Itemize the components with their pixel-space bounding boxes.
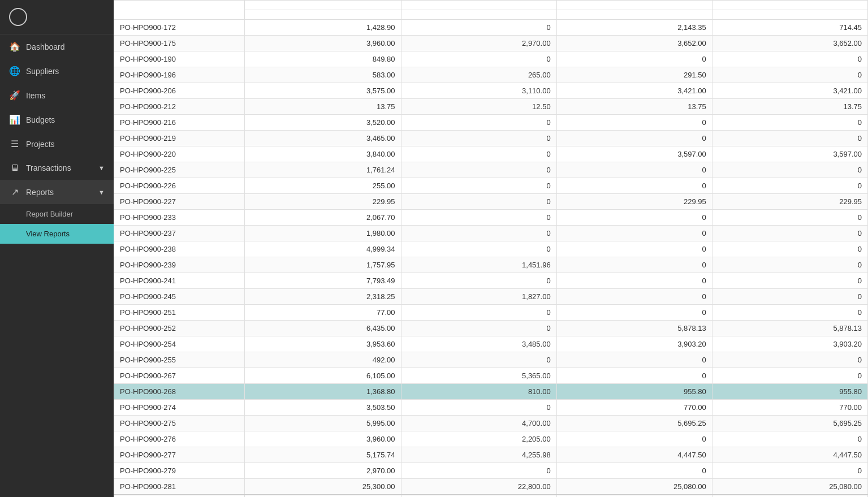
cell-ordered: 77.00 [245, 305, 401, 321]
cell-invoiced: 3,597.00 [556, 146, 712, 162]
cell-invoiced: 0 [556, 115, 712, 131]
cell-received: 0 [401, 51, 556, 67]
table-row[interactable]: PO-HPO900-206 3,575.00 3,110.00 3,421.00… [114, 83, 868, 99]
cell-ordered: 6,105.00 [245, 368, 401, 384]
cell-invoiced: 0 [556, 210, 712, 226]
cell-invoiced: 291.50 [556, 67, 712, 83]
cell-paid: 25,080.00 [712, 479, 867, 495]
sidebar-item-suppliers[interactable]: 🌐 Suppliers [0, 59, 114, 83]
sub-item-label-report-builder: Report Builder [26, 210, 73, 218]
cell-paid: 0 [712, 241, 867, 257]
sidebar-item-budgets[interactable]: 📊 Budgets [0, 107, 114, 132]
cell-received: 0 [401, 226, 556, 241]
cell-paid: 3,652.00 [712, 36, 867, 51]
sidebar-item-projects[interactable]: ☰ Projects [0, 132, 114, 156]
table-row[interactable]: PO-HPO900-172 1,428.90 0 2,143.35 714.45 [114, 20, 868, 36]
col-header-ordered [245, 1, 401, 10]
table-row[interactable]: PO-HPO900-255 492.00 0 0 0 [114, 352, 868, 368]
budgets-icon: 📊 [9, 114, 20, 125]
table-row[interactable]: PO-HPO900-274 3,503.50 0 770.00 770.00 [114, 400, 868, 416]
cell-ordered: 3,520.00 [245, 115, 401, 131]
table-row[interactable]: PO-HPO900-252 6,435.00 0 5,878.13 5,878.… [114, 321, 868, 336]
cell-received: 2,205.00 [401, 431, 556, 447]
sidebar-item-items[interactable]: 🚀 Items [0, 83, 114, 107]
sidebar-sub-item-view-reports[interactable]: View Reports [0, 224, 114, 244]
col-header-paid [712, 1, 867, 10]
cell-po: PO-HPO900-172 [114, 20, 245, 36]
table-row[interactable]: PO-HPO900-175 3,960.00 2,970.00 3,652.00… [114, 36, 868, 51]
cell-invoiced: 25,080.00 [556, 479, 712, 495]
table-row[interactable]: PO-HPO900-275 5,995.00 4,700.00 5,695.25… [114, 416, 868, 431]
table-body: PO-HPO900-172 1,428.90 0 2,143.35 714.45… [114, 20, 868, 498]
cell-ordered: 13.75 [245, 99, 401, 115]
table-row[interactable]: PO-HPO900-219 3,465.00 0 0 0 [114, 131, 868, 146]
cell-po: PO-HPO900-238 [114, 241, 245, 257]
cell-invoiced: 0 [556, 431, 712, 447]
col-header-received [401, 1, 556, 10]
table-wrapper[interactable]: PO-HPO900-172 1,428.90 0 2,143.35 714.45… [114, 0, 868, 497]
cell-paid: 3,421.00 [712, 83, 867, 99]
cell-invoiced: 229.95 [556, 194, 712, 210]
cell-ordered: 5,995.00 [245, 416, 401, 431]
table-row[interactable]: PO-HPO900-279 2,970.00 0 0 0 [114, 463, 868, 479]
table-row[interactable]: PO-HPO900-227 229.95 0 229.95 229.95 [114, 194, 868, 210]
table-row[interactable]: PO-HPO900-212 13.75 12.50 13.75 13.75 [114, 99, 868, 115]
sidebar-sub-item-report-builder[interactable]: Report Builder [0, 204, 114, 224]
sub-item-label-view-reports: View Reports [26, 230, 70, 238]
table-row[interactable]: PO-HPO900-233 2,067.70 0 0 0 [114, 210, 868, 226]
cell-ordered: 7,793.49 [245, 273, 401, 289]
sidebar-item-transactions[interactable]: 🖥 Transactions ▼ [0, 156, 114, 180]
cell-received: 1,451.96 [401, 257, 556, 273]
table-row[interactable]: PO-HPO900-190 849.80 0 0 0 [114, 51, 868, 67]
table-row[interactable]: PO-HPO900-237 1,980.00 0 0 0 [114, 226, 868, 241]
table-row[interactable]: PO-HPO900-267 6,105.00 5,365.00 0 0 [114, 368, 868, 384]
table-row[interactable]: PO-HPO900-216 3,520.00 0 0 0 [114, 115, 868, 131]
cell-invoiced: 0 [556, 241, 712, 257]
cell-ordered: 4,999.34 [245, 241, 401, 257]
cell-ordered: 2,970.00 [245, 463, 401, 479]
cell-po: PO-HPO900-255 [114, 352, 245, 368]
projects-icon: ☰ [9, 139, 20, 149]
cell-paid: 0 [712, 67, 867, 83]
cell-paid: 714.45 [712, 20, 867, 36]
table-row[interactable]: PO-HPO900-238 4,999.34 0 0 0 [114, 241, 868, 257]
cell-paid: 0 [712, 210, 867, 226]
table-row[interactable]: PO-HPO900-276 3,960.00 2,205.00 0 0 [114, 431, 868, 447]
cell-received: 0 [401, 194, 556, 210]
cell-ordered: 3,465.00 [245, 131, 401, 146]
table-row[interactable]: PO-HPO900-196 583.00 265.00 291.50 0 [114, 67, 868, 83]
cell-po: PO-HPO900-227 [114, 194, 245, 210]
cell-po: PO-HPO900-216 [114, 115, 245, 131]
cell-paid: 0 [712, 273, 867, 289]
table-row[interactable]: PO-HPO900-251 77.00 0 0 0 [114, 305, 868, 321]
cell-po: PO-HPO900-190 [114, 51, 245, 67]
table-row[interactable]: PO-HPO900-225 1,761.24 0 0 0 [114, 162, 868, 178]
cell-paid: 0 [712, 305, 867, 321]
cell-po: PO-HPO900-233 [114, 210, 245, 226]
sidebar-item-label-budgets: Budgets [26, 115, 55, 124]
table-row[interactable]: PO-HPO900-268 1,368.80 810.00 955.80 955… [114, 384, 868, 400]
cell-po: PO-HPO900-279 [114, 463, 245, 479]
table-row[interactable]: PO-HPO900-281 25,300.00 22,800.00 25,080… [114, 479, 868, 495]
cell-invoiced: 0 [556, 162, 712, 178]
totals-row: Totals: USD $109,734.01 USD $53,257.44 U… [114, 495, 868, 497]
cell-paid: 0 [712, 352, 867, 368]
cell-received: 0 [401, 131, 556, 146]
table-row[interactable]: PO-HPO900-220 3,840.00 0 3,597.00 3,597.… [114, 146, 868, 162]
table-row[interactable]: PO-HPO900-277 5,175.74 4,255.98 4,447.50… [114, 447, 868, 463]
nav-arrow-transactions: ▼ [98, 165, 105, 171]
cell-received: 12.50 [401, 99, 556, 115]
cell-po: PO-HPO900-196 [114, 67, 245, 83]
table-row[interactable]: PO-HPO900-239 1,757.95 1,451.96 0 0 [114, 257, 868, 273]
cell-po: PO-HPO900-268 [114, 384, 245, 400]
table-row[interactable]: PO-HPO900-254 3,953.60 3,485.00 3,903.20… [114, 336, 868, 352]
table-row[interactable]: PO-HPO900-245 2,318.25 1,827.00 0 0 [114, 289, 868, 305]
sidebar-item-reports[interactable]: ↗ Reports ▼ [0, 180, 114, 204]
cell-paid: 0 [712, 431, 867, 447]
table-row[interactable]: PO-HPO900-241 7,793.49 0 0 0 [114, 273, 868, 289]
sidebar-item-dashboard[interactable]: 🏠 Dashboard [0, 34, 114, 59]
cell-ordered: 5,175.74 [245, 447, 401, 463]
totals-paid: USD $58,358.03 [712, 495, 867, 497]
table-row[interactable]: PO-HPO900-226 255.00 0 0 0 [114, 178, 868, 194]
cell-paid: 0 [712, 257, 867, 273]
